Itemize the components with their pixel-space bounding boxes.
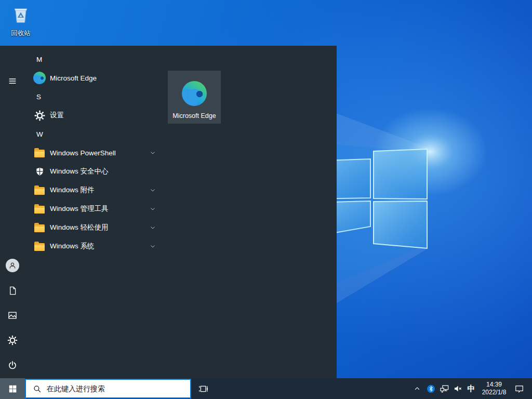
tray-expand-button[interactable] [410, 378, 424, 399]
chevron-down-icon [150, 200, 156, 218]
folder-icon [33, 147, 46, 159]
chevron-down-icon [150, 181, 156, 200]
shield-icon [33, 165, 46, 178]
recycle-bin-shortcut[interactable]: 回收站 [5, 4, 36, 38]
chevron-up-icon [414, 385, 421, 392]
user-account-button[interactable] [0, 253, 25, 278]
chevron-down-icon [150, 143, 156, 162]
clock-date: 2022/1/8 [482, 389, 507, 396]
document-icon [8, 286, 18, 296]
recycle-bin-label: 回收站 [5, 29, 36, 38]
desktop-screen: 回收站 [0, 0, 532, 399]
edge-logo-icon [33, 72, 46, 84]
task-view-button[interactable] [191, 378, 215, 399]
ime-mode-label: 中 [468, 384, 475, 394]
app-item-windows-powershell[interactable]: Windows PowerShell [25, 143, 171, 162]
avatar [6, 259, 19, 272]
expand-menu-button[interactable] [0, 69, 25, 94]
bluetooth-tray-button[interactable] [424, 378, 437, 399]
volume-muted-icon [453, 384, 462, 393]
edge-logo-icon [182, 81, 207, 106]
user-icon [8, 261, 17, 270]
search-icon [33, 384, 42, 393]
start-button[interactable] [0, 378, 25, 399]
app-item-microsoft-edge[interactable]: Microsoft Edge [25, 69, 171, 87]
folder-icon [33, 240, 46, 252]
pictures-button[interactable] [0, 303, 25, 328]
system-tray: 中 14:39 2022/1/8 [410, 378, 532, 399]
hamburger-icon [8, 76, 17, 86]
task-view-icon [198, 384, 208, 394]
folder-icon [33, 184, 46, 196]
recycle-bin-icon [10, 4, 31, 26]
clock-time: 14:39 [486, 381, 502, 389]
app-item-windows-admin-tools[interactable]: Windows 管理工具 [25, 200, 171, 218]
app-item-windows-accessories[interactable]: Windows 附件 [25, 181, 171, 200]
tile-label: Microsoft Edge [168, 112, 221, 119]
app-item-windows-system[interactable]: Windows 系统 [25, 237, 171, 256]
section-header-s[interactable]: S [25, 87, 171, 106]
taskbar: 中 14:39 2022/1/8 [0, 378, 532, 399]
tile-microsoft-edge[interactable]: Microsoft Edge [168, 71, 221, 124]
app-item-windows-security[interactable]: Windows 安全中心 [25, 162, 171, 181]
app-list: M Microsoft Edge S [25, 46, 171, 256]
power-button[interactable] [0, 353, 25, 378]
action-center-button[interactable] [510, 378, 528, 399]
section-header-m[interactable]: M [25, 50, 171, 69]
network-icon [440, 384, 449, 394]
volume-tray-button[interactable] [451, 378, 464, 399]
settings-gear-icon [7, 335, 18, 345]
network-tray-button[interactable] [437, 378, 451, 399]
folder-icon [33, 203, 46, 215]
chevron-down-icon [150, 237, 156, 256]
app-item-windows-ease-of-access[interactable]: Windows 轻松使用 [25, 218, 171, 237]
taskbar-search-box[interactable] [25, 379, 191, 398]
start-menu-rail [0, 46, 25, 378]
taskbar-empty-area [215, 378, 410, 399]
start-menu: M Microsoft Edge S [0, 46, 337, 378]
tile-area: Microsoft Edge [171, 46, 337, 378]
section-header-w[interactable]: W [25, 125, 171, 143]
windows-logo-icon [8, 384, 17, 393]
folder-icon [33, 221, 46, 234]
notification-icon [514, 384, 524, 394]
ime-mode-button[interactable]: 中 [464, 378, 478, 399]
gear-icon [33, 109, 46, 122]
pictures-icon [7, 310, 18, 321]
power-icon [7, 360, 18, 370]
documents-button[interactable] [0, 278, 25, 303]
chevron-down-icon [150, 218, 156, 237]
taskbar-clock[interactable]: 14:39 2022/1/8 [478, 381, 510, 396]
bluetooth-icon [427, 384, 435, 393]
settings-button[interactable] [0, 328, 25, 353]
app-item-settings[interactable]: 设置 [25, 106, 171, 125]
search-input[interactable] [47, 384, 177, 393]
